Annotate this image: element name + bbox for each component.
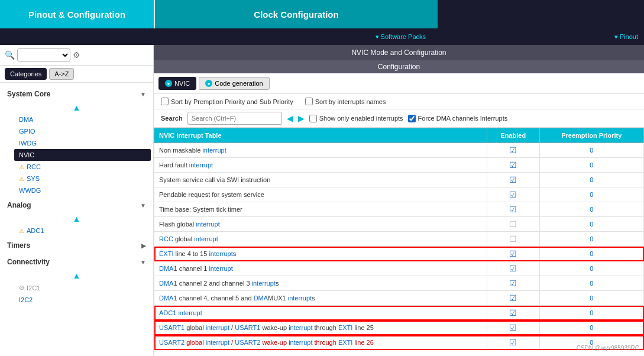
- interrupt-link[interactable]: interrupt: [178, 309, 202, 316]
- az-tab[interactable]: A->Z: [49, 68, 74, 80]
- interrupt-link[interactable]: USART2: [159, 339, 185, 346]
- pinout-config-tab[interactable]: Pinout & Configuration: [0, 0, 154, 28]
- nvic-tab[interactable]: ● NVIC: [158, 77, 196, 90]
- interrupt-link[interactable]: EXTI: [338, 324, 352, 331]
- enabled-checkbox[interactable]: ☑: [487, 158, 539, 173]
- enabled-checkbox[interactable]: ☑: [487, 321, 539, 335]
- enabled-checkbox[interactable]: ☑: [487, 291, 539, 306]
- interrupt-link[interactable]: DMA: [159, 294, 173, 302]
- sort-interrupts-checkbox[interactable]: [305, 98, 313, 105]
- show-enabled-label[interactable]: Show only enabled interrupts: [309, 115, 403, 122]
- interrupt-link[interactable]: USART2: [235, 339, 260, 346]
- code-gen-tab[interactable]: ● Code generation: [199, 77, 269, 90]
- connectivity-header[interactable]: Connectivity ▼: [0, 254, 153, 270]
- priority-value[interactable]: 0: [539, 232, 643, 247]
- priority-value[interactable]: 0: [539, 217, 643, 232]
- search-prev-btn[interactable]: ◀: [287, 114, 293, 123]
- sidebar-item-gpio[interactable]: GPIO: [14, 125, 153, 137]
- analog-header[interactable]: Analog ▼: [0, 198, 153, 213]
- interrupt-link[interactable]: USART1: [159, 324, 185, 331]
- interrupt-link[interactable]: ADC1: [159, 309, 176, 316]
- priority-value[interactable]: 0: [539, 158, 643, 173]
- categories-tab[interactable]: Categories: [5, 68, 47, 80]
- interrupt-link[interactable]: interrupt: [206, 339, 229, 346]
- priority-link[interactable]: 0: [590, 191, 593, 198]
- scroll-up-btn[interactable]: ▲: [0, 102, 153, 114]
- priority-link[interactable]: 0: [590, 324, 593, 331]
- enabled-checkbox[interactable]: ☐: [487, 217, 539, 232]
- timers-header[interactable]: Timers ▶: [0, 238, 153, 253]
- priority-value[interactable]: 0: [539, 202, 643, 217]
- search-next-btn[interactable]: ▶: [298, 114, 305, 123]
- force-dma-label[interactable]: Force DMA channels Interrupts: [408, 115, 508, 122]
- force-dma-checkbox[interactable]: [408, 115, 416, 122]
- priority-link[interactable]: 0: [590, 250, 593, 257]
- system-core-header[interactable]: System Core ▼: [0, 86, 153, 102]
- sidebar-item-wwdg[interactable]: WWDG: [14, 185, 153, 196]
- interrupt-link[interactable]: interrupt: [189, 161, 213, 169]
- interrupt-link[interactable]: interrupt: [194, 235, 218, 242]
- priority-value[interactable]: 0: [539, 306, 643, 321]
- interrupt-link[interactable]: interrupt: [209, 250, 232, 257]
- priority-value[interactable]: 0: [539, 321, 643, 335]
- interrupt-link[interactable]: interrupt: [288, 294, 312, 302]
- interrupt-link[interactable]: EXTI: [338, 339, 352, 346]
- sidebar-item-rcc[interactable]: ⚠ RCC: [14, 161, 153, 173]
- interrupt-link[interactable]: interrupt: [289, 339, 312, 346]
- enabled-checkbox[interactable]: ☑: [487, 187, 539, 202]
- priority-value[interactable]: 0: [539, 173, 643, 187]
- show-enabled-checkbox[interactable]: [309, 115, 317, 122]
- priority-link[interactable]: 0: [590, 235, 593, 242]
- sidebar-item-adc1[interactable]: ⚠ ADC1: [14, 225, 153, 237]
- sidebar-search-combo[interactable]: [17, 48, 70, 62]
- connectivity-scroll-up[interactable]: ▲: [0, 270, 153, 281]
- sidebar-item-iwdg[interactable]: IWDG: [14, 137, 153, 149]
- sort-preemption-checkbox[interactable]: [161, 98, 169, 105]
- pinout-nav-link[interactable]: Pinout: [614, 33, 638, 41]
- interrupt-link[interactable]: interrupt: [289, 324, 312, 331]
- enabled-checkbox[interactable]: ☑: [487, 202, 539, 217]
- analog-scroll-up[interactable]: ▲: [0, 213, 153, 225]
- priority-value[interactable]: 0: [539, 187, 643, 202]
- sidebar-item-dma[interactable]: DMA: [14, 114, 153, 125]
- priority-link[interactable]: 0: [590, 221, 593, 228]
- interrupt-link[interactable]: interrupt: [252, 280, 276, 287]
- interrupt-link[interactable]: EXTI: [159, 250, 173, 257]
- priority-value[interactable]: 0: [539, 247, 643, 261]
- interrupt-link[interactable]: USART1: [235, 324, 260, 331]
- search-input[interactable]: [187, 112, 282, 125]
- priority-value[interactable]: 0: [539, 261, 643, 276]
- clock-config-tab[interactable]: Clock Configuration: [154, 0, 438, 28]
- interrupt-link[interactable]: DMA: [254, 294, 268, 302]
- enabled-checkbox[interactable]: ☑: [487, 276, 539, 291]
- enabled-checkbox[interactable]: ☐: [487, 232, 539, 247]
- enabled-checkbox[interactable]: ☑: [487, 335, 539, 350]
- interrupt-link[interactable]: interrupt: [206, 324, 229, 331]
- enabled-checkbox[interactable]: ☑: [487, 143, 539, 158]
- priority-link[interactable]: 0: [590, 206, 593, 213]
- priority-value[interactable]: 0: [539, 143, 643, 158]
- priority-link[interactable]: 0: [590, 176, 593, 183]
- interrupt-link[interactable]: DMA: [159, 265, 173, 272]
- enabled-checkbox[interactable]: ☑: [487, 247, 539, 261]
- sidebar-item-nvic[interactable]: NVIC: [14, 149, 151, 161]
- priority-link[interactable]: 0: [590, 280, 593, 287]
- interrupt-link[interactable]: interrupt: [196, 221, 219, 228]
- enabled-checkbox[interactable]: ☑: [487, 261, 539, 276]
- priority-link[interactable]: 0: [590, 161, 593, 169]
- priority-value[interactable]: 0: [539, 291, 643, 306]
- sort-preemption-label[interactable]: Sort by Premption Priority and Sub Prior…: [161, 98, 293, 105]
- interrupt-link[interactable]: RCC: [159, 235, 173, 242]
- priority-value[interactable]: 0: [539, 276, 643, 291]
- enabled-checkbox[interactable]: ☑: [487, 173, 539, 187]
- sidebar-item-sys[interactable]: ⚠ SYS: [14, 173, 153, 185]
- interrupt-link[interactable]: interrupt: [209, 265, 232, 272]
- priority-link[interactable]: 0: [590, 294, 593, 302]
- priority-link[interactable]: 0: [590, 309, 593, 316]
- gear-icon[interactable]: ⚙: [73, 50, 80, 60]
- interrupt-link[interactable]: interrupt: [202, 147, 226, 154]
- sidebar-item-i2c1[interactable]: ⊘ I2C1: [14, 281, 153, 294]
- priority-link[interactable]: 0: [590, 147, 593, 154]
- interrupt-link[interactable]: DMA: [159, 280, 173, 287]
- sidebar-item-i2c2[interactable]: I2C2: [14, 294, 153, 306]
